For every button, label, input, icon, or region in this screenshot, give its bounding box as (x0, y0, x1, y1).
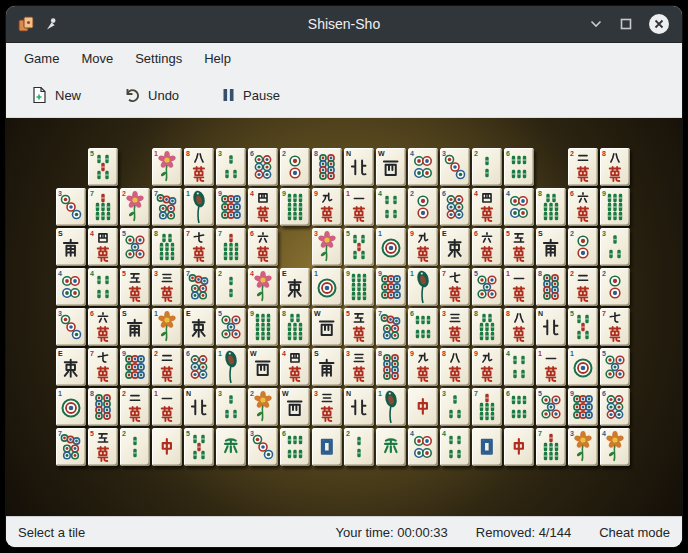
tile-p1[interactable]: 1 (376, 228, 406, 266)
tile-wE[interactable]: E (440, 228, 470, 266)
tile-m7[interactable]: 7 (600, 308, 630, 346)
tile-wN[interactable]: N (536, 308, 566, 346)
minimize-button[interactable] (588, 16, 604, 32)
tile-p4[interactable]: 4 (408, 148, 438, 186)
tile-p5[interactable]: 5 (536, 388, 566, 426)
menu-move[interactable]: Move (71, 47, 123, 70)
tile-p7[interactable]: 7 (152, 188, 182, 226)
maximize-button[interactable] (618, 16, 634, 32)
tile-p8[interactable]: 8 (312, 148, 342, 186)
tile-m4[interactable]: 4 (88, 228, 118, 266)
tile-p9[interactable]: 9 (568, 388, 598, 426)
pause-button[interactable]: Pause (215, 83, 286, 107)
tile-p3[interactable]: 3 (56, 308, 86, 346)
tile-dR[interactable] (504, 428, 534, 466)
tile-p4[interactable]: 4 (56, 268, 86, 306)
tile-s7[interactable]: 7 (472, 388, 502, 426)
tile-wS[interactable]: S (536, 228, 566, 266)
tile-p1[interactable]: 1 (312, 268, 342, 306)
tile-wE[interactable]: E (184, 308, 214, 346)
close-button[interactable] (648, 13, 670, 35)
tile-s1[interactable]: 1 (216, 348, 246, 386)
tile-s6[interactable]: 6 (280, 428, 310, 466)
tile-p5[interactable]: 5 (472, 268, 502, 306)
new-button[interactable]: New (24, 82, 87, 108)
tile-s1[interactable]: 1 (408, 268, 438, 306)
tile-p2[interactable]: 2 (568, 228, 598, 266)
tile-p2[interactable]: 2 (600, 268, 630, 306)
tile-p4[interactable]: 4 (408, 428, 438, 466)
tile-s7[interactable]: 7 (216, 228, 246, 266)
tile-p5[interactable]: 5 (216, 308, 246, 346)
tile-m9[interactable]: 9 (312, 188, 342, 226)
tile-wN[interactable]: N (184, 388, 214, 426)
tile-s5[interactable]: 5 (88, 148, 118, 186)
tile-wW[interactable]: W (280, 388, 310, 426)
tile-s6[interactable]: 6 (504, 388, 534, 426)
tile-s4[interactable]: 4 (504, 348, 534, 386)
tile-dW[interactable] (472, 428, 502, 466)
tile-wS[interactable]: S (312, 348, 342, 386)
tile-s7[interactable]: 7 (536, 428, 566, 466)
tile-p1[interactable]: 1 (56, 388, 86, 426)
tile-m5[interactable]: 5 (120, 268, 150, 306)
tile-wS[interactable]: S (56, 228, 86, 266)
tile-dW[interactable] (312, 428, 342, 466)
tile-p7[interactable]: 7 (56, 428, 86, 466)
tile-wW[interactable]: W (376, 148, 406, 186)
tile-s3[interactable]: 3 (216, 148, 246, 186)
undo-button[interactable]: Undo (117, 82, 185, 108)
tile-f3[interactable]: 3 (312, 228, 342, 266)
tile-m8[interactable]: 8 (600, 148, 630, 186)
tile-p6[interactable]: 6 (184, 348, 214, 386)
tile-p9[interactable]: 9 (120, 348, 150, 386)
tile-dR[interactable] (152, 428, 182, 466)
tile-p7[interactable]: 7 (184, 268, 214, 306)
tile-m2[interactable]: 2 (152, 348, 182, 386)
tile-s1[interactable]: 1 (376, 388, 406, 426)
titlebar[interactable]: Shisen-Sho (6, 6, 682, 43)
tile-m9[interactable]: 9 (472, 348, 502, 386)
tile-s8[interactable]: 8 (152, 228, 182, 266)
tile-m6[interactable]: 6 (88, 308, 118, 346)
tile-m7[interactable]: 7 (184, 228, 214, 266)
tile-s2[interactable]: 2 (472, 148, 502, 186)
tile-s2[interactable]: 2 (344, 428, 374, 466)
tile-m7[interactable]: 7 (440, 268, 470, 306)
tile-s9[interactable]: 9 (248, 308, 278, 346)
tile-s1[interactable]: 1 (184, 188, 214, 226)
tile-f1[interactable]: 1 (152, 148, 182, 186)
tile-s4[interactable]: 4 (88, 268, 118, 306)
tile-m6[interactable]: 6 (568, 188, 598, 226)
tile-m5[interactable]: 5 (504, 228, 534, 266)
tile-s4[interactable]: 4 (440, 428, 470, 466)
tile-s3[interactable]: 3 (440, 388, 470, 426)
tile-wN[interactable]: N (344, 388, 374, 426)
tile-p2[interactable]: 2 (280, 148, 310, 186)
tile-f4[interactable]: 4 (248, 268, 278, 306)
tile-g4[interactable]: 4 (600, 428, 630, 466)
menu-help[interactable]: Help (194, 47, 241, 70)
tile-p5[interactable]: 5 (120, 228, 150, 266)
tile-s3[interactable]: 3 (216, 388, 246, 426)
tile-m4[interactable]: 4 (472, 188, 502, 226)
tile-dG[interactable] (376, 428, 406, 466)
tile-wE[interactable]: E (280, 268, 310, 306)
tile-m8[interactable]: 8 (440, 348, 470, 386)
tile-s4[interactable]: 4 (376, 188, 406, 226)
tile-m8[interactable]: 8 (184, 148, 214, 186)
tile-s9[interactable]: 9 (280, 188, 310, 226)
tile-m3[interactable]: 3 (312, 388, 342, 426)
tile-s9[interactable]: 9 (344, 268, 374, 306)
tile-m3[interactable]: 3 (440, 308, 470, 346)
tile-p6[interactable]: 6 (600, 388, 630, 426)
tile-g3[interactable]: 3 (568, 428, 598, 466)
tile-m2[interactable]: 2 (568, 148, 598, 186)
tile-m2[interactable]: 2 (120, 388, 150, 426)
tile-s3[interactable]: 3 (600, 228, 630, 266)
pin-icon[interactable] (44, 17, 58, 31)
tile-m1[interactable]: 1 (536, 348, 566, 386)
tile-g2[interactable]: 2 (248, 388, 278, 426)
tile-dG[interactable] (216, 428, 246, 466)
tile-p3[interactable]: 3 (248, 428, 278, 466)
